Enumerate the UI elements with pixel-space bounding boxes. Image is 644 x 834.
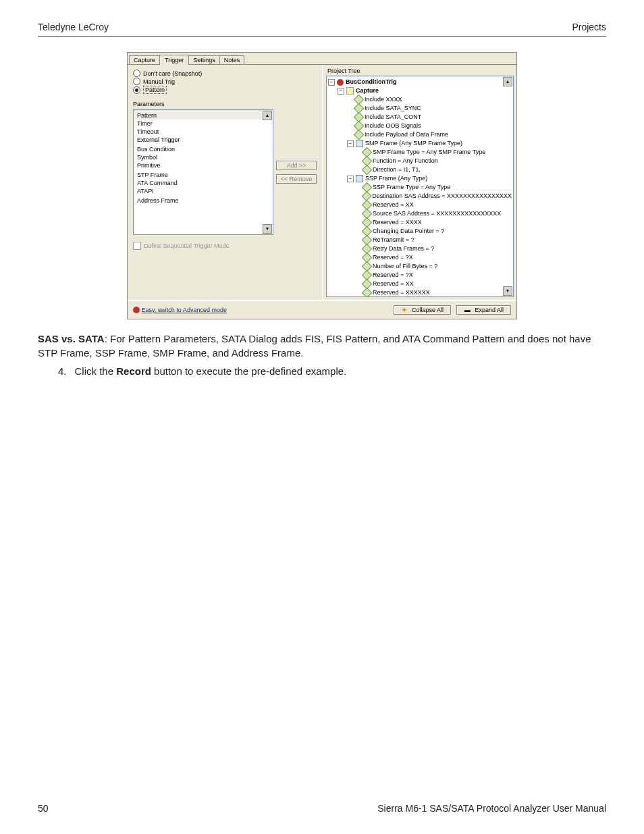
tree-item[interactable]: Include SATA_CONT	[365, 113, 421, 122]
collapse-icon[interactable]: −	[328, 79, 335, 86]
scroll-up-icon[interactable]: ▴	[263, 111, 272, 120]
scroll-up-icon[interactable]: ▴	[503, 77, 512, 86]
tree-item[interactable]: Include XXXX	[365, 95, 402, 104]
sequential-trigger-label: Define Sequential Trigger Mode	[144, 242, 230, 249]
parameters-listbox[interactable]: ▴ Pattern Timer Timeout External Trigger…	[133, 109, 273, 235]
tree-item[interactable]: Destination SAS Address = XXXXXXXXXXXXXX…	[372, 192, 512, 201]
scroll-down-icon[interactable]: ▾	[263, 224, 272, 234]
property-icon	[362, 165, 373, 176]
manual-title: Sierra M6-1 SAS/SATA Protocol Analyzer U…	[377, 803, 606, 814]
tree-item[interactable]: Include OOB Signals	[365, 122, 421, 130]
sequential-trigger-checkbox: Define Sequential Trigger Mode	[133, 242, 317, 250]
radio-icon	[133, 86, 140, 94]
tab-notes[interactable]: Notes	[219, 55, 245, 64]
mode-switch-icon	[133, 307, 140, 313]
tree-item[interactable]: SSP Frame Type = Any Type	[373, 183, 450, 192]
project-tree-label: Project Tree	[327, 68, 514, 74]
page-footer: 50 Sierra M6-1 SAS/SATA Protocol Analyze…	[38, 803, 606, 814]
radio-pattern[interactable]: Pattern	[133, 86, 317, 94]
remove-button[interactable]: << Remove	[276, 174, 317, 184]
list-item[interactable]: Pattern	[135, 111, 271, 120]
tree-item[interactable]: Reserved = XXXXXX	[373, 288, 430, 297]
radio-manual-label: Manual Trig	[143, 78, 175, 85]
tree-ssp[interactable]: SSP Frame (Any Type)	[365, 174, 427, 183]
list-item[interactable]: Timer	[135, 120, 271, 128]
page-number: 50	[38, 803, 49, 814]
list-text-a: Click the	[75, 365, 117, 377]
body-text-span: : For Pattern Parameters, SATA Dialog ad…	[38, 333, 591, 359]
tree-item[interactable]: Include Payload of Data Frame	[365, 130, 448, 139]
header-section: Projects	[572, 22, 606, 32]
scroll-down-icon[interactable]: ▾	[503, 286, 512, 296]
tree-item[interactable]: Retry Data Frames = ?	[373, 244, 434, 253]
tree-smp[interactable]: SMP Frame (Any SMP Frame Type)	[365, 139, 462, 148]
tree-item[interactable]: Changing Data Pointer = ?	[373, 227, 444, 236]
tree-item[interactable]: Reserved = XXXX	[373, 218, 422, 227]
tree-item[interactable]: Function = Any Function	[373, 157, 438, 165]
list-item[interactable]: External Trigger	[135, 136, 271, 144]
tree-item[interactable]: Reserved = ?X	[373, 271, 413, 280]
tree-item[interactable]: Reserved = XX	[373, 280, 414, 288]
expand-all-icon: ▬	[464, 307, 471, 313]
tree-item[interactable]: SMP Frame Type = Any SMP Frame Type	[373, 148, 485, 157]
tree-item[interactable]: Include SATA_SYNC	[365, 104, 421, 113]
collapse-all-icon: ✦	[401, 307, 408, 313]
list-item[interactable]: Symbol	[135, 153, 271, 161]
add-button[interactable]: Add >>	[276, 161, 317, 170]
dialog-footer: Easy, switch to Advanced mode ✦Collapse …	[128, 300, 516, 319]
tab-trigger[interactable]: Trigger	[159, 55, 189, 65]
tree-item[interactable]: Number of Fill Bytes = ?	[373, 262, 437, 271]
frame-icon	[356, 175, 363, 182]
trigger-icon	[337, 79, 344, 86]
list-item[interactable]: Address Frame	[135, 197, 271, 205]
tab-capture[interactable]: Capture	[129, 55, 160, 64]
tab-settings[interactable]: Settings	[188, 55, 220, 64]
collapse-all-button[interactable]: ✦Collapse All	[394, 305, 451, 315]
header-company: Teledyne LeCroy	[38, 22, 109, 32]
list-text-c: button to execute the pre-defined exampl…	[151, 365, 346, 377]
trigger-options-panel: Don't care (Snapshot) Manual Trig Patter…	[128, 65, 322, 300]
body-strong: SAS vs. SATA	[38, 333, 105, 344]
list-text: Click the Record button to execute the p…	[75, 365, 347, 377]
list-item[interactable]: Primitive	[135, 161, 271, 170]
tree-capture[interactable]: Capture	[356, 86, 379, 95]
tree-root[interactable]: BusConditionTrig	[346, 78, 397, 86]
project-tree-panel: Project Tree ▴ −BusConditionTrig −Captur…	[322, 65, 516, 300]
radio-pattern-label: Pattern	[143, 86, 167, 94]
radio-dontcare-label: Don't care (Snapshot)	[143, 70, 202, 77]
list-item[interactable]: Timeout	[135, 128, 271, 136]
move-button-column: Add >> << Remove	[276, 109, 317, 235]
tree-item[interactable]: ReTransmit = ?	[373, 236, 414, 244]
list-item[interactable]: ATA Command	[135, 179, 271, 187]
list-number: 4.	[58, 365, 67, 377]
ordered-list-item: 4. Click the Record button to execute th…	[58, 365, 606, 377]
tree-item[interactable]: Direction = I1, T1,	[373, 165, 421, 174]
expand-all-button[interactable]: ▬Expand All	[456, 305, 511, 315]
tree-item[interactable]: Reserved = ?X	[373, 253, 413, 262]
radio-icon	[133, 70, 140, 77]
tab-strip: Capture Trigger Settings Notes	[128, 53, 516, 64]
body-paragraph: SAS vs. SATA: For Pattern Parameters, SA…	[38, 332, 606, 360]
radio-manual[interactable]: Manual Trig	[133, 78, 317, 85]
capture-icon	[346, 87, 354, 95]
screenshot-dialog: Capture Trigger Settings Notes Don't car…	[127, 52, 517, 319]
frame-icon	[356, 140, 363, 147]
property-icon	[354, 130, 365, 140]
collapse-icon[interactable]: −	[338, 88, 344, 95]
radio-dontcare[interactable]: Don't care (Snapshot)	[133, 70, 317, 77]
switch-advanced-link[interactable]: Easy, switch to Advanced mode	[142, 307, 227, 313]
list-item[interactable]: STP Frame	[135, 171, 271, 179]
list-item[interactable]: Bus Condition	[135, 145, 271, 153]
radio-icon	[133, 78, 140, 85]
checkbox-icon	[133, 242, 141, 250]
project-tree[interactable]: ▴ −BusConditionTrig −Capture Include XXX…	[326, 76, 514, 297]
list-item[interactable]: ATAPI	[135, 187, 271, 195]
tree-item[interactable]: Source SAS Address = XXXXXXXXXXXXXXXX	[373, 209, 501, 218]
header-rule	[38, 36, 606, 37]
list-text-bold: Record	[116, 365, 151, 377]
tree-item[interactable]: Reserved = XX	[373, 201, 414, 209]
collapse-icon[interactable]: −	[347, 176, 354, 182]
collapse-icon[interactable]: −	[347, 140, 354, 147]
parameters-label: Parameters	[133, 101, 317, 107]
